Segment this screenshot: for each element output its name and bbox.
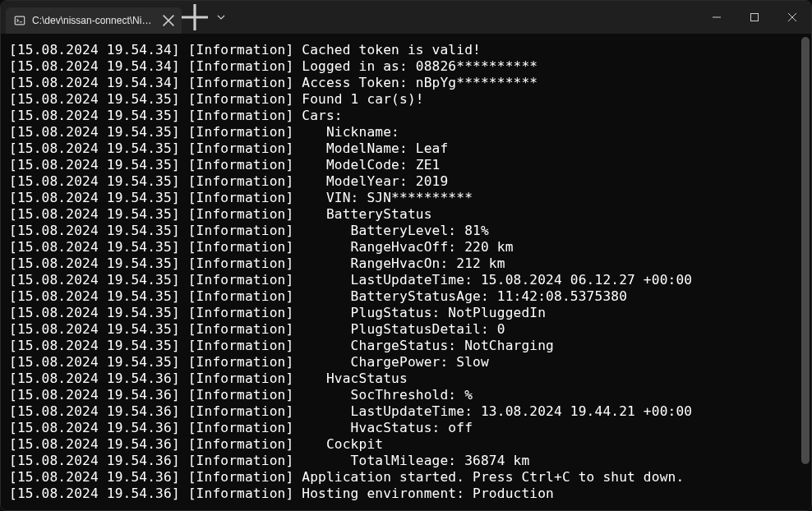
- titlebar-drag-area[interactable]: [234, 1, 698, 34]
- log-line: [15.08.2024 19.54.36] [Information] Host…: [9, 486, 800, 502]
- maximize-button[interactable]: [736, 1, 773, 34]
- log-line: [15.08.2024 19.54.36] [Information] SocT…: [9, 387, 800, 403]
- log-line: [15.08.2024 19.54.35] [Information] Batt…: [9, 288, 800, 305]
- log-line: [15.08.2024 19.54.35] [Information] VIN:…: [9, 190, 800, 206]
- log-line: [15.08.2024 19.54.36] [Information] Hvac…: [9, 420, 800, 436]
- log-line: [15.08.2024 19.54.34] [Information] Acce…: [9, 75, 800, 91]
- terminal-icon: [14, 15, 25, 26]
- tab-dropdown-button[interactable]: [208, 1, 234, 34]
- svg-rect-1: [751, 14, 759, 21]
- log-line: [15.08.2024 19.54.35] [Information] Mode…: [9, 157, 800, 173]
- titlebar[interactable]: C:\dev\nissan-connect\Nissan: [1, 1, 811, 34]
- terminal-area: [15.08.2024 19.54.34] [Information] Cach…: [1, 34, 811, 511]
- log-line: [15.08.2024 19.54.35] [Information] Plug…: [9, 321, 800, 338]
- log-line: [15.08.2024 19.54.34] [Information] Logg…: [9, 58, 800, 75]
- log-line: [15.08.2024 19.54.36] [Information] Hvac…: [9, 371, 800, 387]
- tab-strip: C:\dev\nissan-connect\Nissan: [1, 1, 182, 34]
- log-line: [15.08.2024 19.54.35] [Information] Last…: [9, 272, 800, 288]
- log-line: [15.08.2024 19.54.35] [Information] Foun…: [9, 91, 800, 108]
- log-line: [15.08.2024 19.54.35] [Information] Mode…: [9, 140, 800, 157]
- svg-rect-0: [15, 16, 24, 25]
- log-line: [15.08.2024 19.54.35] [Information] Batt…: [9, 223, 800, 239]
- log-line: [15.08.2024 19.54.36] [Information] Last…: [9, 403, 800, 420]
- window-controls: [698, 1, 811, 34]
- log-line: [15.08.2024 19.54.35] [Information] Plug…: [9, 305, 800, 321]
- tab-active[interactable]: C:\dev\nissan-connect\Nissan: [6, 7, 182, 34]
- log-line: [15.08.2024 19.54.36] [Information] Tota…: [9, 453, 800, 469]
- log-line: [15.08.2024 19.54.35] [Information] Rang…: [9, 256, 800, 272]
- new-tab-button[interactable]: [182, 1, 208, 34]
- log-line: [15.08.2024 19.54.35] [Information] Batt…: [9, 206, 800, 223]
- log-line: [15.08.2024 19.54.34] [Information] Cach…: [9, 42, 800, 58]
- tab-title: C:\dev\nissan-connect\Nissan: [32, 15, 155, 26]
- scrollbar-track[interactable]: [800, 34, 811, 511]
- scrollbar-thumb[interactable]: [801, 37, 810, 464]
- log-line: [15.08.2024 19.54.35] [Information] Char…: [9, 338, 800, 354]
- log-line: [15.08.2024 19.54.35] [Information] Cars…: [9, 108, 800, 124]
- tab-close-button[interactable]: [162, 14, 175, 27]
- log-line: [15.08.2024 19.54.36] [Information] Appl…: [9, 469, 800, 486]
- log-line: [15.08.2024 19.54.35] [Information] Nick…: [9, 124, 800, 140]
- log-line: [15.08.2024 19.54.35] [Information] Mode…: [9, 173, 800, 190]
- terminal-output[interactable]: [15.08.2024 19.54.34] [Information] Cach…: [1, 34, 800, 511]
- log-line: [15.08.2024 19.54.35] [Information] Rang…: [9, 239, 800, 256]
- minimize-button[interactable]: [698, 1, 736, 34]
- close-button[interactable]: [773, 1, 811, 34]
- log-line: [15.08.2024 19.54.35] [Information] Char…: [9, 354, 800, 371]
- log-line: [15.08.2024 19.54.36] [Information] Cock…: [9, 436, 800, 453]
